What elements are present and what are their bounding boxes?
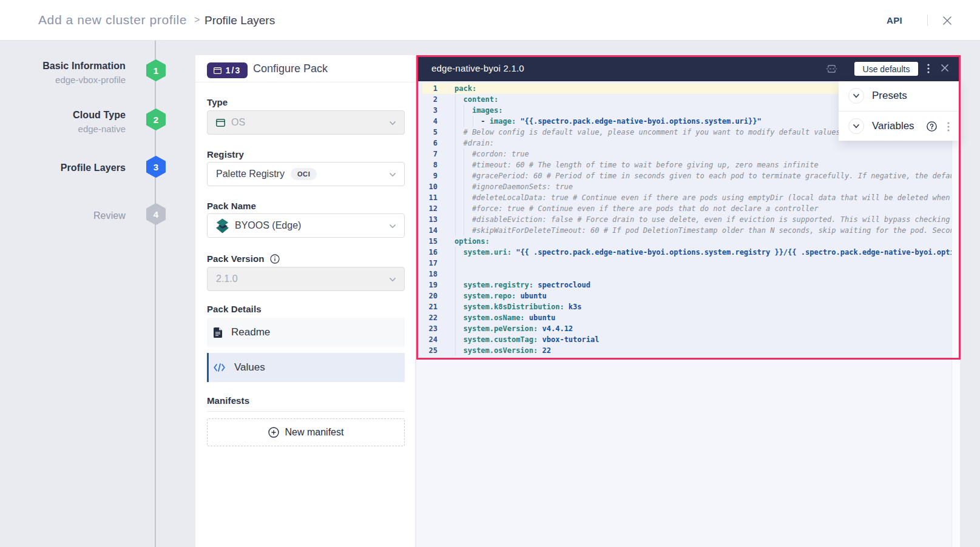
code-line: 17 bbox=[416, 258, 951, 269]
plus-circle-icon bbox=[268, 427, 279, 438]
breadcrumb-parent[interactable]: Add a new cluster profile bbox=[38, 13, 187, 27]
step-label-cloud-type: Cloud Type edge-native bbox=[10, 110, 126, 134]
os-window-icon bbox=[216, 119, 225, 127]
code-line: 23 system.peVersion: v4.4.12 bbox=[416, 323, 951, 334]
editor-title: edge-native-byoi 2.1.0 bbox=[431, 63, 524, 73]
step-title: Review bbox=[10, 210, 126, 221]
editor-scrollbar[interactable] bbox=[951, 81, 960, 547]
step-title: Cloud Type bbox=[10, 110, 126, 121]
variables-expand-button[interactable] bbox=[848, 118, 864, 134]
step-indicator-3[interactable]: 3 bbox=[146, 156, 166, 178]
line-number: 12 bbox=[416, 203, 438, 214]
diff-view-icon[interactable] bbox=[826, 64, 837, 74]
code-line: 19 system.registry: spectrocloud bbox=[416, 280, 951, 290]
line-number: 7 bbox=[416, 149, 438, 159]
line-number: 19 bbox=[416, 280, 438, 290]
indent-guide bbox=[464, 149, 464, 236]
manifests-divider bbox=[207, 411, 405, 412]
presets-row[interactable]: Presets bbox=[839, 81, 959, 111]
pack-version-select[interactable]: 2.1.0 bbox=[207, 267, 405, 291]
registry-select[interactable]: Palette Registry OCI bbox=[207, 162, 405, 186]
layers-icon bbox=[216, 218, 229, 233]
manifests-label: Manifests bbox=[207, 395, 404, 406]
chevron-down-icon bbox=[389, 172, 396, 177]
pack-step-badge: 1/3 bbox=[207, 62, 248, 78]
line-number: 22 bbox=[416, 312, 438, 323]
variables-row[interactable]: Variables bbox=[839, 111, 959, 141]
code-line: 14 #skipWaitForDeleteTimeout: 60 # If po… bbox=[416, 225, 951, 236]
readme-tab[interactable]: Readme bbox=[207, 318, 405, 347]
use-defaults-button[interactable]: Use defaults bbox=[854, 62, 918, 76]
line-number: 3 bbox=[416, 105, 438, 116]
step-subtitle: edge-vbox-profile bbox=[10, 75, 126, 85]
pack-name-select[interactable]: BYOOS (Edge) bbox=[207, 213, 405, 238]
code-line: 18 bbox=[416, 269, 951, 280]
new-manifest-button[interactable]: New manifest bbox=[207, 418, 405, 446]
pack-panel-title: Configure Pack bbox=[253, 62, 328, 75]
window-icon bbox=[214, 67, 221, 74]
code-line: 24 system.customTag: vbox-tutorial bbox=[416, 334, 951, 345]
line-number: 20 bbox=[416, 290, 438, 301]
presets-label: Presets bbox=[872, 90, 907, 102]
line-number: 9 bbox=[416, 170, 438, 181]
line-number: 6 bbox=[416, 138, 438, 149]
code-line: 7 #cordon: true bbox=[416, 149, 951, 159]
editor-kebab-menu-icon[interactable] bbox=[925, 63, 932, 74]
indent-guide bbox=[473, 116, 473, 127]
step-label-basic-information: Basic Information edge-vbox-profile bbox=[10, 61, 126, 85]
line-number: 13 bbox=[416, 214, 438, 225]
breadcrumb-current: Profile Layers bbox=[204, 14, 275, 27]
topbar-divider bbox=[927, 15, 928, 26]
line-number: 16 bbox=[416, 247, 438, 258]
code-line: 16 system.uri: "{{ .spectro.pack.edge-na… bbox=[416, 247, 951, 258]
step-title: Basic Information bbox=[10, 61, 126, 72]
chevron-down-icon bbox=[853, 124, 860, 129]
line-number: 10 bbox=[416, 181, 438, 192]
editor-close-icon[interactable] bbox=[941, 64, 949, 72]
variables-kebab-menu-icon[interactable] bbox=[945, 121, 951, 132]
code-icon bbox=[214, 363, 225, 372]
presets-variables-popover: Presets Variables bbox=[839, 81, 959, 141]
line-number: 17 bbox=[416, 258, 438, 269]
line-number: 8 bbox=[416, 159, 438, 170]
step-subtitle: edge-native bbox=[10, 124, 126, 134]
type-label: Type bbox=[207, 97, 404, 107]
editor-header: edge-native-byoi 2.1.0 Use defaults bbox=[416, 55, 960, 81]
line-number: 1 bbox=[416, 83, 438, 94]
breadcrumb-separator: > bbox=[194, 15, 200, 25]
step-indicator-4: 4 bbox=[146, 203, 166, 225]
info-icon[interactable] bbox=[270, 254, 280, 264]
help-icon[interactable] bbox=[927, 121, 937, 132]
step-indicator-1[interactable]: 1 bbox=[146, 59, 166, 81]
line-number: 4 bbox=[416, 116, 438, 127]
type-select[interactable]: OS bbox=[207, 110, 405, 135]
code-line: 9 #gracePeriod: 60 # Period of time in s… bbox=[416, 170, 951, 181]
line-number: 2 bbox=[416, 94, 438, 105]
chevron-down-icon bbox=[853, 93, 860, 98]
step-label-review: Review bbox=[10, 210, 126, 221]
code-line: 25 system.osVersion: 22 bbox=[416, 345, 951, 356]
step-indicator-2[interactable]: 2 bbox=[146, 109, 166, 130]
code-line: 21 system.k8sDistribution: k3s bbox=[416, 301, 951, 312]
close-wizard-icon[interactable] bbox=[942, 16, 952, 25]
line-number: 21 bbox=[416, 301, 438, 312]
oci-badge: OCI bbox=[291, 168, 317, 180]
step-title: Profile Layers bbox=[10, 163, 126, 173]
variables-label: Variables bbox=[872, 120, 914, 132]
api-button[interactable]: API bbox=[887, 15, 902, 25]
document-icon bbox=[214, 327, 222, 338]
line-number: 24 bbox=[416, 334, 438, 345]
code-line: 11 #deleteLocalData: true # Continue eve… bbox=[416, 192, 951, 203]
pack-name-label: Pack Name bbox=[207, 201, 404, 211]
values-tab[interactable]: Values bbox=[207, 353, 405, 382]
indent-guide bbox=[455, 94, 456, 236]
indent-guide bbox=[464, 105, 464, 127]
line-number: 5 bbox=[416, 127, 438, 138]
presets-expand-button[interactable] bbox=[848, 88, 864, 104]
registry-label: Registry bbox=[207, 149, 404, 159]
chevron-down-icon bbox=[389, 224, 396, 229]
code-line: 8 #timeout: 60 # The length of time to w… bbox=[416, 159, 951, 170]
line-number: 18 bbox=[416, 269, 438, 280]
pack-panel-header: 1/3 Configure Pack bbox=[195, 55, 415, 82]
configure-pack-panel: 1/3 Configure Pack Type OS Registry Pale… bbox=[195, 55, 415, 547]
